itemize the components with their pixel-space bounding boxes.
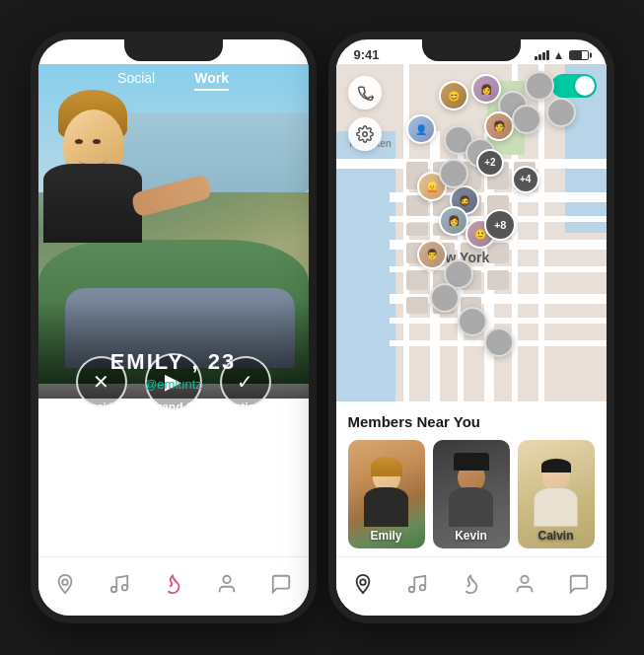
- map-toggle[interactable]: [551, 74, 597, 98]
- tab-social[interactable]: Social: [117, 70, 155, 91]
- right-status-bar: 9:41 ▲: [336, 39, 607, 64]
- map-pin-gray-6[interactable]: [512, 105, 541, 134]
- svg-point-0: [62, 579, 68, 585]
- map-area[interactable]: New York Hoboken 😊: [336, 64, 607, 401]
- block17: [487, 243, 509, 263]
- chat-icon: [270, 573, 292, 595]
- right-time: 9:41: [354, 47, 380, 62]
- work-label: Work:: [116, 420, 147, 434]
- emily-figure: [364, 463, 408, 527]
- nav-chat[interactable]: [260, 568, 302, 600]
- looking-for-value: Brand Collaboration: [149, 400, 262, 414]
- toggle-knob: [575, 76, 595, 96]
- map-pin-gray-2[interactable]: [525, 71, 554, 101]
- compass-button[interactable]: [348, 76, 382, 109]
- right-profile-icon: [514, 573, 536, 595]
- map-pin-2[interactable]: 👩: [471, 74, 501, 104]
- right-connections-icon: [460, 573, 481, 595]
- map-pin-1[interactable]: 😊: [439, 81, 468, 110]
- person-arm: [130, 174, 213, 218]
- members-section: Members Near You Emily: [336, 401, 607, 556]
- profile-action-bar: ← ⌃ INTRO: [38, 472, 309, 497]
- kevin-figure: [449, 463, 493, 527]
- nav-profile[interactable]: [206, 568, 248, 600]
- profile-details: Looking for: Brand Collaboration Work: E…: [58, 398, 289, 458]
- badge-count-2: +4: [520, 174, 531, 184]
- calvin-figure: [534, 463, 578, 527]
- chevron-up-icon[interactable]: ⌃: [153, 473, 168, 495]
- signal-icon: [237, 50, 251, 60]
- svg-point-7: [419, 585, 425, 591]
- map-badge-2[interactable]: +4: [512, 166, 539, 193]
- calvin-hair: [541, 459, 571, 473]
- nav-music[interactable]: [99, 568, 140, 600]
- person-shirt: [43, 164, 142, 243]
- tab-work[interactable]: Work: [194, 70, 229, 91]
- left-bottom-nav: [38, 556, 309, 616]
- map-pin-3[interactable]: 👤: [406, 114, 436, 144]
- profile-tabs: Social Work: [38, 64, 309, 99]
- right-nav-chat[interactable]: [558, 568, 600, 600]
- right-signal-icon: [535, 50, 549, 60]
- location-icon: [54, 573, 76, 595]
- wifi-icon: ▲: [255, 48, 267, 62]
- profile-name: EMILY , 23: [58, 349, 289, 375]
- kevin-hat: [454, 453, 489, 471]
- members-title: Members Near You: [348, 413, 595, 430]
- emily-hair: [371, 457, 402, 476]
- person-area: [43, 90, 233, 329]
- back-button[interactable]: ←: [58, 472, 80, 497]
- svg-point-6: [408, 587, 414, 593]
- block22: [406, 297, 428, 314]
- member-card-calvin[interactable]: Calvin: [518, 440, 595, 548]
- map-pin-gray-10[interactable]: [458, 307, 487, 336]
- nav-connections[interactable]: [152, 568, 193, 600]
- svg-point-8: [522, 576, 529, 583]
- right-wifi-icon: ▲: [553, 48, 565, 62]
- right-eye: [93, 139, 101, 144]
- block10: [406, 223, 428, 237]
- intro-button[interactable]: INTRO: [241, 476, 289, 492]
- emily-name: Emily: [348, 529, 425, 543]
- badge-count-3: +8: [494, 219, 507, 231]
- emily-body: [364, 487, 408, 527]
- right-nav-connections[interactable]: [450, 568, 491, 600]
- map-pin-7[interactable]: 👩: [439, 206, 468, 236]
- badge-count-1: +2: [484, 157, 495, 168]
- right-nav-location[interactable]: [342, 568, 384, 600]
- block18: [406, 270, 428, 291]
- profile-icon: [216, 573, 238, 595]
- battery-icon: [271, 50, 291, 60]
- left-phone: 9:41 ▲ Social Work: [31, 32, 317, 623]
- svg-point-3: [224, 576, 231, 583]
- nav-location[interactable]: [44, 568, 86, 600]
- right-bottom-nav: [336, 556, 607, 616]
- map-badge-3[interactable]: +8: [484, 209, 516, 241]
- map-pin-gray-7[interactable]: [439, 159, 468, 188]
- profile-info-section: EMILY , 23 @emluntz Looking for: Brand C…: [38, 349, 309, 458]
- calvin-name: Calvin: [518, 529, 595, 543]
- svg-point-1: [110, 587, 116, 593]
- connections-icon: [162, 573, 183, 595]
- kevin-name: Kevin: [433, 529, 510, 543]
- map-pin-4[interactable]: 🧑: [484, 111, 514, 141]
- road-h7: [390, 318, 606, 324]
- hudson-river: [336, 131, 395, 401]
- member-card-kevin[interactable]: Kevin: [433, 440, 510, 548]
- left-time: 9:41: [56, 47, 82, 62]
- right-music-icon: [406, 573, 428, 595]
- right-chat-icon: [568, 573, 590, 595]
- settings-button[interactable]: [348, 117, 382, 151]
- right-location-icon: [352, 573, 374, 595]
- map-pin-gray-9[interactable]: [430, 283, 460, 313]
- map-badge-1[interactable]: +2: [476, 149, 504, 177]
- right-status-icons: ▲: [535, 48, 589, 62]
- member-card-emily[interactable]: Emily: [348, 440, 425, 548]
- right-battery-icon: [569, 50, 589, 60]
- right-nav-profile[interactable]: [504, 568, 545, 600]
- map-pin-gray-11[interactable]: [484, 328, 514, 357]
- map-pin-9[interactable]: 👨: [417, 240, 447, 269]
- members-row: Emily Kevin: [348, 440, 595, 548]
- right-nav-music[interactable]: [396, 568, 438, 600]
- looking-for-line: Looking for: Brand Collaboration: [58, 398, 289, 417]
